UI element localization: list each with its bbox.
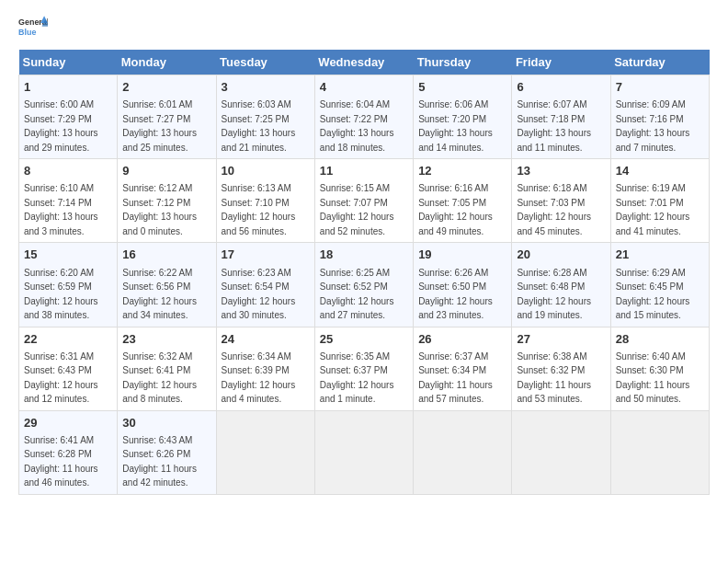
day-info: Sunrise: 6:43 AMSunset: 6:26 PMDaylight:…	[122, 435, 197, 488]
day-info: Sunrise: 6:28 AMSunset: 6:48 PMDaylight:…	[517, 268, 591, 321]
day-number: 6	[517, 79, 605, 96]
day-cell: 1Sunrise: 6:00 AMSunset: 7:29 PMDaylight…	[19, 75, 118, 159]
weekday-monday: Monday	[118, 50, 216, 75]
day-cell: 23Sunrise: 6:32 AMSunset: 6:41 PMDayligh…	[118, 327, 216, 410]
day-info: Sunrise: 6:00 AMSunset: 7:29 PMDaylight:…	[24, 99, 98, 153]
day-info: Sunrise: 6:10 AMSunset: 7:14 PMDaylight:…	[24, 183, 98, 236]
day-cell	[314, 410, 413, 494]
day-info: Sunrise: 6:31 AMSunset: 6:43 PMDaylight:…	[24, 351, 98, 405]
day-info: Sunrise: 6:37 AMSunset: 6:34 PMDaylight:…	[418, 351, 493, 405]
day-cell: 20Sunrise: 6:28 AMSunset: 6:48 PMDayligh…	[512, 243, 610, 327]
day-info: Sunrise: 6:06 AMSunset: 7:20 PMDaylight:…	[418, 99, 493, 153]
weekday-wednesday: Wednesday	[314, 50, 413, 75]
day-cell: 24Sunrise: 6:34 AMSunset: 6:39 PMDayligh…	[216, 327, 314, 410]
day-number: 10	[222, 163, 310, 179]
day-number: 5	[418, 79, 506, 96]
day-cell: 8Sunrise: 6:10 AMSunset: 7:14 PMDaylight…	[19, 159, 118, 243]
day-info: Sunrise: 6:04 AMSunset: 7:22 PMDaylight:…	[320, 99, 394, 153]
day-info: Sunrise: 6:15 AMSunset: 7:07 PMDaylight:…	[320, 183, 394, 236]
day-info: Sunrise: 6:32 AMSunset: 6:41 PMDaylight:…	[122, 351, 197, 405]
day-info: Sunrise: 6:29 AMSunset: 6:45 PMDaylight:…	[616, 268, 690, 321]
day-cell: 9Sunrise: 6:12 AMSunset: 7:12 PMDaylight…	[118, 159, 216, 243]
general-blue-logo-icon: General Blue	[18, 15, 48, 40]
day-info: Sunrise: 6:25 AMSunset: 6:52 PMDaylight:…	[320, 268, 394, 321]
day-cell: 14Sunrise: 6:19 AMSunset: 7:01 PMDayligh…	[610, 159, 709, 243]
week-row-3: 15Sunrise: 6:20 AMSunset: 6:59 PMDayligh…	[19, 243, 710, 327]
day-cell: 22Sunrise: 6:31 AMSunset: 6:43 PMDayligh…	[19, 327, 118, 410]
svg-text:Blue: Blue	[18, 28, 36, 37]
week-row-5: 29Sunrise: 6:41 AMSunset: 6:28 PMDayligh…	[19, 410, 710, 494]
day-number: 7	[616, 79, 704, 96]
day-number: 18	[320, 247, 408, 263]
day-cell	[414, 410, 512, 494]
day-info: Sunrise: 6:12 AMSunset: 7:12 PMDaylight:…	[122, 183, 197, 236]
week-row-4: 22Sunrise: 6:31 AMSunset: 6:43 PMDayligh…	[19, 327, 710, 410]
day-info: Sunrise: 6:09 AMSunset: 7:16 PMDaylight:…	[616, 99, 690, 153]
day-info: Sunrise: 6:03 AMSunset: 7:25 PMDaylight:…	[222, 99, 296, 153]
logo: General Blue	[18, 15, 48, 40]
header: General Blue	[18, 15, 710, 40]
day-info: Sunrise: 6:01 AMSunset: 7:27 PMDaylight:…	[122, 99, 197, 153]
week-row-2: 8Sunrise: 6:10 AMSunset: 7:14 PMDaylight…	[19, 159, 710, 243]
day-cell: 19Sunrise: 6:26 AMSunset: 6:50 PMDayligh…	[414, 243, 512, 327]
weekday-saturday: Saturday	[610, 50, 709, 75]
day-info: Sunrise: 6:22 AMSunset: 6:56 PMDaylight:…	[122, 268, 197, 321]
day-number: 8	[24, 163, 112, 179]
weekday-tuesday: Tuesday	[216, 50, 314, 75]
page: General Blue SundayMondayTuesdayWednesda…	[0, 0, 728, 504]
day-number: 28	[616, 331, 704, 348]
day-info: Sunrise: 6:40 AMSunset: 6:30 PMDaylight:…	[616, 351, 690, 405]
day-info: Sunrise: 6:20 AMSunset: 6:59 PMDaylight:…	[24, 268, 98, 321]
day-number: 3	[222, 79, 310, 96]
day-number: 16	[122, 247, 210, 263]
day-number: 17	[222, 247, 310, 263]
day-cell: 21Sunrise: 6:29 AMSunset: 6:45 PMDayligh…	[610, 243, 709, 327]
day-number: 19	[418, 247, 506, 263]
day-info: Sunrise: 6:23 AMSunset: 6:54 PMDaylight:…	[222, 268, 296, 321]
day-info: Sunrise: 6:07 AMSunset: 7:18 PMDaylight:…	[517, 99, 591, 153]
day-cell: 11Sunrise: 6:15 AMSunset: 7:07 PMDayligh…	[314, 159, 413, 243]
day-info: Sunrise: 6:18 AMSunset: 7:03 PMDaylight:…	[517, 183, 591, 236]
day-cell: 6Sunrise: 6:07 AMSunset: 7:18 PMDaylight…	[512, 75, 610, 159]
day-cell: 12Sunrise: 6:16 AMSunset: 7:05 PMDayligh…	[414, 159, 512, 243]
day-cell: 7Sunrise: 6:09 AMSunset: 7:16 PMDaylight…	[610, 75, 709, 159]
day-info: Sunrise: 6:35 AMSunset: 6:37 PMDaylight:…	[320, 351, 394, 405]
day-info: Sunrise: 6:26 AMSunset: 6:50 PMDaylight:…	[418, 268, 493, 321]
day-info: Sunrise: 6:19 AMSunset: 7:01 PMDaylight:…	[616, 183, 690, 236]
day-number: 23	[122, 331, 210, 348]
day-cell: 10Sunrise: 6:13 AMSunset: 7:10 PMDayligh…	[216, 159, 314, 243]
day-number: 29	[24, 415, 112, 431]
day-number: 26	[418, 331, 506, 348]
day-info: Sunrise: 6:41 AMSunset: 6:28 PMDaylight:…	[24, 435, 98, 488]
day-number: 27	[517, 331, 605, 348]
calendar-table: SundayMondayTuesdayWednesdayThursdayFrid…	[18, 50, 710, 495]
day-number: 2	[122, 79, 210, 96]
day-number: 13	[517, 163, 605, 179]
day-number: 21	[616, 247, 704, 263]
day-number: 25	[320, 331, 408, 348]
day-cell: 5Sunrise: 6:06 AMSunset: 7:20 PMDaylight…	[414, 75, 512, 159]
day-number: 12	[418, 163, 506, 179]
day-number: 22	[24, 331, 112, 348]
day-number: 14	[616, 163, 704, 179]
day-number: 9	[122, 163, 210, 179]
day-cell: 17Sunrise: 6:23 AMSunset: 6:54 PMDayligh…	[216, 243, 314, 327]
day-number: 20	[517, 247, 605, 263]
weekday-friday: Friday	[512, 50, 610, 75]
day-number: 4	[320, 79, 408, 96]
day-number: 15	[24, 247, 112, 263]
day-cell: 16Sunrise: 6:22 AMSunset: 6:56 PMDayligh…	[118, 243, 216, 327]
weekday-sunday: Sunday	[19, 50, 118, 75]
day-cell: 26Sunrise: 6:37 AMSunset: 6:34 PMDayligh…	[414, 327, 512, 410]
day-number: 11	[320, 163, 408, 179]
day-number: 24	[222, 331, 310, 348]
day-cell: 3Sunrise: 6:03 AMSunset: 7:25 PMDaylight…	[216, 75, 314, 159]
day-number: 30	[122, 415, 210, 431]
day-info: Sunrise: 6:38 AMSunset: 6:32 PMDaylight:…	[517, 351, 591, 405]
day-cell	[512, 410, 610, 494]
day-info: Sunrise: 6:34 AMSunset: 6:39 PMDaylight:…	[222, 351, 296, 405]
day-number: 1	[24, 79, 112, 96]
day-cell: 2Sunrise: 6:01 AMSunset: 7:27 PMDaylight…	[118, 75, 216, 159]
day-cell: 25Sunrise: 6:35 AMSunset: 6:37 PMDayligh…	[314, 327, 413, 410]
day-cell: 13Sunrise: 6:18 AMSunset: 7:03 PMDayligh…	[512, 159, 610, 243]
